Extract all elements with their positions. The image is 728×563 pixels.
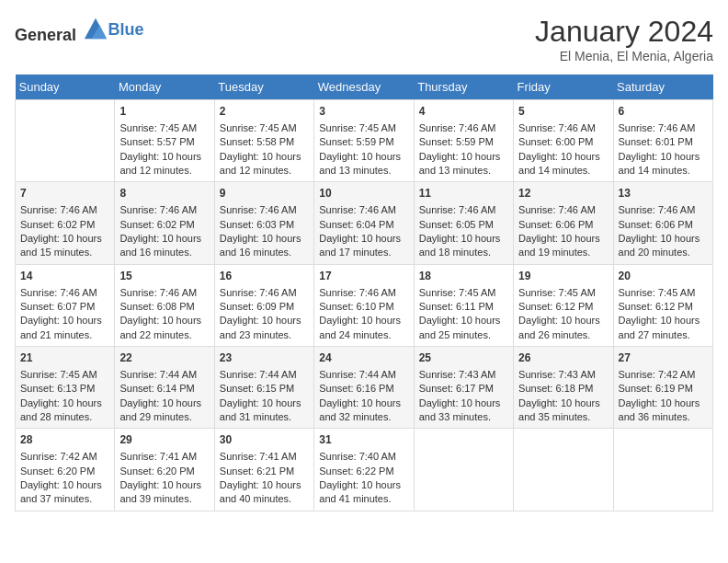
calendar-header-row: SundayMondayTuesdayWednesdayThursdayFrid…: [16, 75, 713, 100]
week-row-5: 28Sunrise: 7:42 AMSunset: 6:20 PMDayligh…: [16, 429, 713, 511]
calendar-cell: 30Sunrise: 7:41 AMSunset: 6:21 PMDayligh…: [214, 429, 313, 511]
calendar-cell: 18Sunrise: 7:45 AMSunset: 6:11 PMDayligh…: [414, 264, 513, 346]
day-number: 24: [319, 350, 408, 366]
daylight-text: Daylight: 10 hours and 18 minutes.: [419, 233, 501, 258]
calendar-cell: 24Sunrise: 7:44 AMSunset: 6:16 PMDayligh…: [314, 347, 414, 429]
header-monday: Monday: [115, 75, 214, 100]
sunrise-text: Sunrise: 7:43 AM: [419, 369, 496, 380]
sunset-text: Sunset: 6:21 PM: [220, 465, 294, 477]
day-number: 13: [619, 186, 708, 201]
header-saturday: Saturday: [613, 75, 712, 100]
logo-icon: [83, 15, 108, 40]
calendar-cell: 14Sunrise: 7:46 AMSunset: 6:07 PMDayligh…: [16, 264, 115, 346]
sunset-text: Sunset: 6:11 PM: [419, 301, 494, 312]
sunrise-text: Sunrise: 7:41 AM: [220, 451, 297, 462]
calendar-cell: 17Sunrise: 7:46 AMSunset: 6:10 PMDayligh…: [314, 264, 414, 346]
day-number: 23: [220, 350, 309, 366]
daylight-text: Daylight: 10 hours and 21 minutes.: [20, 315, 102, 339]
calendar-cell: 20Sunrise: 7:45 AMSunset: 6:12 PMDayligh…: [613, 264, 712, 346]
day-number: 25: [419, 350, 508, 366]
header-sunday: Sunday: [16, 75, 115, 100]
sunrise-text: Sunrise: 7:46 AM: [119, 287, 197, 298]
sunrise-text: Sunrise: 7:46 AM: [119, 204, 197, 215]
calendar-cell: 31Sunrise: 7:40 AMSunset: 6:22 PMDayligh…: [314, 429, 414, 511]
sunrise-text: Sunrise: 7:44 AM: [119, 369, 197, 380]
sunset-text: Sunset: 6:09 PM: [220, 301, 294, 312]
daylight-text: Daylight: 10 hours and 24 minutes.: [319, 315, 401, 339]
calendar-cell: 9Sunrise: 7:46 AMSunset: 6:03 PMDaylight…: [214, 182, 313, 264]
sunset-text: Sunset: 6:05 PM: [419, 219, 494, 230]
header-wednesday: Wednesday: [314, 75, 414, 100]
day-number: 30: [220, 432, 309, 448]
sunrise-text: Sunrise: 7:46 AM: [220, 287, 297, 298]
page-header: General Blue January 2024 El Menia, El M…: [15, 15, 713, 63]
sunset-text: Sunset: 6:04 PM: [319, 219, 393, 230]
day-number: 5: [518, 104, 608, 120]
day-number: 26: [518, 350, 608, 366]
daylight-text: Daylight: 10 hours and 12 minutes.: [220, 151, 301, 176]
header-friday: Friday: [514, 75, 613, 100]
daylight-text: Daylight: 10 hours and 27 minutes.: [619, 315, 700, 339]
calendar-cell: 11Sunrise: 7:46 AMSunset: 6:05 PMDayligh…: [414, 182, 513, 264]
sunrise-text: Sunrise: 7:40 AM: [319, 451, 396, 462]
daylight-text: Daylight: 10 hours and 22 minutes.: [119, 315, 201, 339]
sunset-text: Sunset: 6:15 PM: [220, 383, 294, 394]
calendar-cell: 28Sunrise: 7:42 AMSunset: 6:20 PMDayligh…: [16, 429, 115, 511]
daylight-text: Daylight: 10 hours and 29 minutes.: [119, 397, 201, 422]
sunset-text: Sunset: 6:06 PM: [619, 219, 693, 230]
daylight-text: Daylight: 10 hours and 23 minutes.: [220, 315, 301, 339]
week-row-3: 14Sunrise: 7:46 AMSunset: 6:07 PMDayligh…: [16, 264, 713, 346]
calendar-cell: 12Sunrise: 7:46 AMSunset: 6:06 PMDayligh…: [514, 182, 613, 264]
daylight-text: Daylight: 10 hours and 31 minutes.: [220, 397, 301, 422]
day-number: 1: [119, 104, 209, 120]
header-tuesday: Tuesday: [214, 75, 313, 100]
day-number: 20: [619, 269, 708, 284]
daylight-text: Daylight: 10 hours and 35 minutes.: [518, 397, 600, 422]
day-number: 2: [220, 104, 309, 120]
daylight-text: Daylight: 10 hours and 36 minutes.: [619, 397, 700, 422]
daylight-text: Daylight: 10 hours and 25 minutes.: [419, 315, 501, 339]
calendar-cell: 25Sunrise: 7:43 AMSunset: 6:17 PMDayligh…: [414, 347, 513, 429]
day-number: 11: [419, 186, 508, 201]
calendar-cell: 8Sunrise: 7:46 AMSunset: 6:02 PMDaylight…: [115, 182, 214, 264]
daylight-text: Daylight: 10 hours and 14 minutes.: [619, 151, 700, 176]
daylight-text: Daylight: 10 hours and 12 minutes.: [119, 151, 201, 176]
month-title: January 2024: [535, 15, 713, 49]
sunset-text: Sunset: 6:12 PM: [619, 301, 693, 312]
daylight-text: Daylight: 10 hours and 19 minutes.: [518, 233, 600, 258]
calendar-cell: [414, 429, 513, 511]
daylight-text: Daylight: 10 hours and 28 minutes.: [20, 397, 102, 422]
day-number: 4: [419, 104, 508, 120]
daylight-text: Daylight: 10 hours and 16 minutes.: [119, 233, 201, 258]
sunset-text: Sunset: 5:57 PM: [119, 136, 194, 147]
daylight-text: Daylight: 10 hours and 37 minutes.: [20, 479, 102, 504]
sunset-text: Sunset: 6:02 PM: [119, 219, 194, 230]
sunset-text: Sunset: 5:58 PM: [220, 136, 294, 147]
header-thursday: Thursday: [414, 75, 513, 100]
calendar-cell: 21Sunrise: 7:45 AMSunset: 6:13 PMDayligh…: [16, 347, 115, 429]
sunrise-text: Sunrise: 7:46 AM: [319, 287, 396, 298]
sunset-text: Sunset: 6:01 PM: [619, 136, 693, 147]
calendar-cell: 15Sunrise: 7:46 AMSunset: 6:08 PMDayligh…: [115, 264, 214, 346]
calendar-cell: 5Sunrise: 7:46 AMSunset: 6:00 PMDaylight…: [514, 100, 613, 182]
calendar-cell: 23Sunrise: 7:44 AMSunset: 6:15 PMDayligh…: [214, 347, 313, 429]
calendar-cell: 6Sunrise: 7:46 AMSunset: 6:01 PMDaylight…: [613, 100, 712, 182]
sunset-text: Sunset: 6:20 PM: [119, 465, 194, 477]
calendar-cell: 29Sunrise: 7:41 AMSunset: 6:20 PMDayligh…: [115, 429, 214, 511]
sunrise-text: Sunrise: 7:46 AM: [20, 287, 97, 298]
daylight-text: Daylight: 10 hours and 14 minutes.: [518, 151, 600, 176]
sunrise-text: Sunrise: 7:45 AM: [518, 287, 596, 298]
sunrise-text: Sunrise: 7:42 AM: [619, 369, 696, 380]
day-number: 27: [619, 350, 708, 366]
location-title: El Menia, El Menia, Algeria: [535, 49, 713, 63]
day-number: 3: [319, 104, 408, 120]
calendar-cell: [613, 429, 712, 511]
sunset-text: Sunset: 6:06 PM: [518, 219, 593, 230]
logo-blue-text: Blue: [108, 20, 144, 39]
sunset-text: Sunset: 6:12 PM: [518, 301, 593, 312]
sunrise-text: Sunrise: 7:45 AM: [619, 287, 696, 298]
day-number: 15: [119, 269, 209, 284]
daylight-text: Daylight: 10 hours and 39 minutes.: [119, 479, 201, 504]
calendar-table: SundayMondayTuesdayWednesdayThursdayFrid…: [15, 75, 713, 511]
daylight-text: Daylight: 10 hours and 26 minutes.: [518, 315, 600, 339]
